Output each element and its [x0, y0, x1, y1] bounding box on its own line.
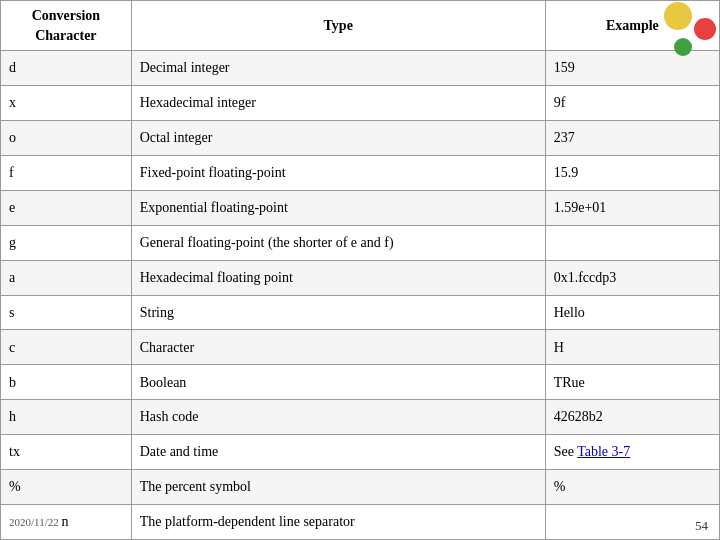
date-label: 2020/11/22: [9, 516, 61, 528]
circle-red: [694, 18, 716, 40]
cell-char: 2020/11/22 n: [1, 504, 132, 539]
cell-example: %: [545, 470, 719, 505]
cell-char: x: [1, 86, 132, 121]
cell-char: s: [1, 295, 132, 330]
cell-example: [545, 225, 719, 260]
cell-example: TRue: [545, 365, 719, 400]
table-row: sStringHello: [1, 295, 720, 330]
table-row: hHash code42628b2: [1, 400, 720, 435]
cell-example: 9f: [545, 86, 719, 121]
cell-type: Boolean: [131, 365, 545, 400]
cell-char: g: [1, 225, 132, 260]
cell-example: See Table 3-7: [545, 435, 719, 470]
cell-type: Exponential floating-point: [131, 190, 545, 225]
cell-char: b: [1, 365, 132, 400]
cell-char: %: [1, 470, 132, 505]
cell-char: c: [1, 330, 132, 365]
decorative-circles: [660, 0, 720, 60]
cell-example: Hello: [545, 295, 719, 330]
table-link[interactable]: Table 3-7: [577, 444, 630, 459]
cell-type: Character: [131, 330, 545, 365]
table-row: aHexadecimal floating point0x1.fccdp3: [1, 260, 720, 295]
table-row: %The percent symbol%: [1, 470, 720, 505]
cell-type: Decimal integer: [131, 51, 545, 86]
page-number: 54: [695, 518, 708, 534]
cell-example: 237: [545, 121, 719, 156]
cell-example: [545, 504, 719, 539]
cell-type: Octal integer: [131, 121, 545, 156]
cell-char: d: [1, 51, 132, 86]
cell-char: tx: [1, 435, 132, 470]
cell-example: 15.9: [545, 155, 719, 190]
cell-type: Hexadecimal integer: [131, 86, 545, 121]
table-row: eExponential floating-point1.59e+01: [1, 190, 720, 225]
table-row: gGeneral floating-point (the shorter of …: [1, 225, 720, 260]
table-row: oOctal integer237: [1, 121, 720, 156]
cell-example: 0x1.fccdp3: [545, 260, 719, 295]
table-row: txDate and timeSee Table 3-7: [1, 435, 720, 470]
page-container: Conversion Character Type Example dDecim…: [0, 0, 720, 540]
cell-type: Fixed-point floating-point: [131, 155, 545, 190]
cell-type: The platform-dependent line separator: [131, 504, 545, 539]
cell-type: Hash code: [131, 400, 545, 435]
cell-char: e: [1, 190, 132, 225]
cell-type: Hexadecimal floating point: [131, 260, 545, 295]
cell-type: Date and time: [131, 435, 545, 470]
cell-char: f: [1, 155, 132, 190]
circle-green: [674, 38, 692, 56]
cell-char: a: [1, 260, 132, 295]
cell-example: 42628b2: [545, 400, 719, 435]
cell-char: o: [1, 121, 132, 156]
table-row: fFixed-point floating-point15.9: [1, 155, 720, 190]
table-row: xHexadecimal integer9f: [1, 86, 720, 121]
cell-type: General floating-point (the shorter of e…: [131, 225, 545, 260]
table-row: 2020/11/22 nThe platform-dependent line …: [1, 504, 720, 539]
table-row: bBooleanTRue: [1, 365, 720, 400]
cell-type: String: [131, 295, 545, 330]
table-header-row: Conversion Character Type Example: [1, 1, 720, 51]
cell-char: h: [1, 400, 132, 435]
cell-type: The percent symbol: [131, 470, 545, 505]
header-char: Conversion Character: [1, 1, 132, 51]
table-row: dDecimal integer159: [1, 51, 720, 86]
conversion-table: Conversion Character Type Example dDecim…: [0, 0, 720, 540]
header-type: Type: [131, 1, 545, 51]
cell-example: 1.59e+01: [545, 190, 719, 225]
table-row: cCharacterH: [1, 330, 720, 365]
cell-example: H: [545, 330, 719, 365]
circle-yellow: [664, 2, 692, 30]
